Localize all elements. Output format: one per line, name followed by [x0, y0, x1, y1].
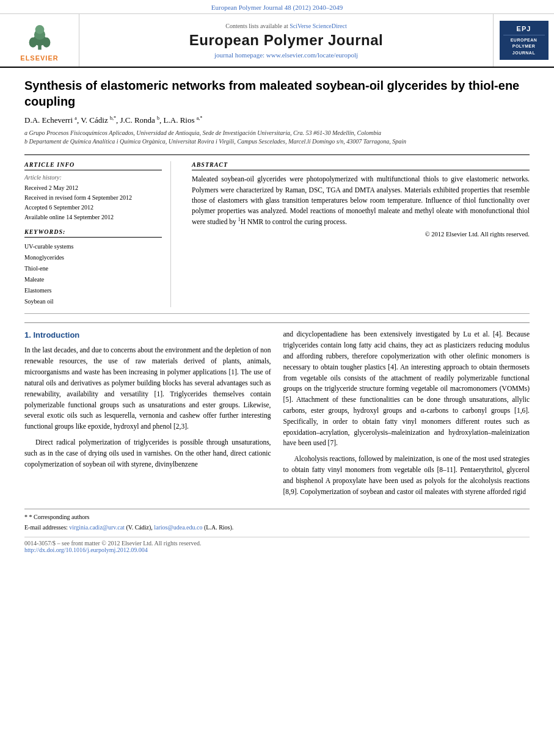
accepted-date: Accepted 6 September 2012: [24, 203, 162, 213]
journal-citation: European Polymer Journal 48 (2012) 2040–…: [211, 4, 343, 11]
bottom-bar: 0014-3057/$ – see front matter © 2012 El…: [24, 537, 530, 553]
keyword-5: Elastomers: [24, 285, 162, 296]
authors-line: D.A. Echeverri a, V. Cádiz b,*, J.C. Ron…: [24, 115, 530, 125]
svg-point-5: [42, 37, 50, 48]
epj-badge-area: EPJ EUROPEANPOLYMERJOURNAL: [493, 14, 554, 67]
epj-badge: EPJ EUROPEANPOLYMERJOURNAL: [500, 21, 549, 60]
keyword-1: UV-curable systems: [24, 241, 162, 252]
available-online-date: Available online 14 September 2012: [24, 213, 162, 222]
article-title: Synthesis of elastomeric networks from m…: [24, 78, 530, 109]
keywords-section: Keywords: UV-curable systems Monoglyceri…: [24, 228, 162, 307]
footnote-email1-name: (V. Cádiz),: [126, 524, 154, 531]
page: European Polymer Journal 48 (2012) 2040–…: [0, 0, 554, 756]
intro-heading: 1. Introduction: [24, 329, 271, 341]
affiliation-a: a Grupo Procesos Fisicoquímicos Aplicado…: [24, 129, 530, 137]
elsevier-text: ELSEVIER: [20, 54, 58, 62]
footnote-email1[interactable]: virginia.cadiz@urv.cat: [69, 524, 125, 531]
journal-title-area: Contents lists available at SciVerse Sci…: [79, 14, 493, 67]
body-col-right: and dicyclopentadiene has been extensive…: [283, 329, 530, 502]
epj-badge-subtitle: EUROPEANPOLYMERJOURNAL: [511, 38, 538, 55]
intro-para-1: In the last decades, and due to concerns…: [24, 345, 271, 432]
abstract-text: Maleated soybean-oil glycerides were pho…: [192, 174, 530, 227]
elsevier-logo: ELSEVIER: [20, 19, 58, 62]
issn-line: 0014-3057/$ – see front matter © 2012 El…: [24, 540, 530, 547]
abstract-heading: Abstract: [192, 161, 530, 170]
svg-point-4: [29, 37, 37, 48]
sciverse-line: Contents lists available at SciVerse Sci…: [225, 23, 347, 29]
footnote-email-label: E-mail addresses:: [24, 524, 68, 531]
affiliations: a Grupo Procesos Fisicoquímicos Aplicado…: [24, 129, 530, 146]
footnote-star-icon: *: [24, 514, 29, 520]
sciverse-link[interactable]: SciVerse ScienceDirect: [290, 23, 347, 29]
epj-badge-title: EPJ: [503, 24, 545, 35]
footnote-corresponding-text: * Corresponding authors: [29, 514, 90, 520]
footnote-corresponding: * * Corresponding authors: [24, 513, 530, 522]
copyright-line: © 2012 Elsevier Ltd. All rights reserved…: [192, 231, 530, 238]
footnote-emails: E-mail addresses: virginia.cadiz@urv.cat…: [24, 523, 530, 532]
intro-para-2: Direct radical polymerization of triglyc…: [24, 437, 271, 470]
body-col-left: 1. Introduction In the last decades, and…: [24, 329, 271, 502]
journal-citation-bar: European Polymer Journal 48 (2012) 2040–…: [0, 0, 554, 14]
intro-para-3: and dicyclopentadiene has been extensive…: [283, 329, 530, 449]
abstract-section: Abstract Maleated soybean-oil glycerides…: [183, 161, 530, 307]
article-info-heading: Article Info: [24, 161, 162, 170]
main-content: Synthesis of elastomeric networks from m…: [0, 68, 554, 559]
doi-link[interactable]: http://dx.doi.org/10.1016/j.eurpolymj.20…: [24, 547, 530, 553]
section-divider: [24, 322, 530, 323]
keywords-heading: Keywords:: [24, 228, 162, 238]
journal-homepage: journal homepage: www.elsevier.com/locat…: [214, 51, 358, 59]
footnotes: * * Corresponding authors E-mail address…: [24, 509, 530, 532]
received-date: Received 2 May 2012: [24, 183, 162, 193]
received-revised-date: Received in revised form 4 September 201…: [24, 193, 162, 203]
keyword-4: Maleate: [24, 274, 162, 285]
history-label: Article history:: [24, 174, 162, 181]
intro-para-4: Alcoholysis reactions, followed by malei…: [283, 454, 530, 497]
keyword-6: Soybean oil: [24, 296, 162, 307]
elsevier-logo-area: ELSEVIER: [0, 14, 79, 67]
keyword-2: Monoglycerides: [24, 252, 162, 263]
elsevier-tree-icon: [21, 19, 58, 53]
footnote-email2-name: (L.A. Rios).: [204, 524, 233, 531]
article-info-panel: Article Info Article history: Received 2…: [24, 161, 171, 307]
affiliation-b: b Departament de Química Analítica i Quí…: [24, 137, 530, 146]
body-columns: 1. Introduction In the last decades, and…: [24, 329, 530, 502]
keyword-3: Thiol-ene: [24, 263, 162, 274]
info-abstract-section: Article Info Article history: Received 2…: [24, 154, 530, 314]
journal-title: European Polymer Journal: [189, 32, 383, 49]
footnote-email2[interactable]: larios@udea.edu.co: [154, 524, 202, 531]
journal-header: ELSEVIER Contents lists available at Sci…: [0, 14, 554, 68]
svg-point-3: [35, 25, 44, 34]
